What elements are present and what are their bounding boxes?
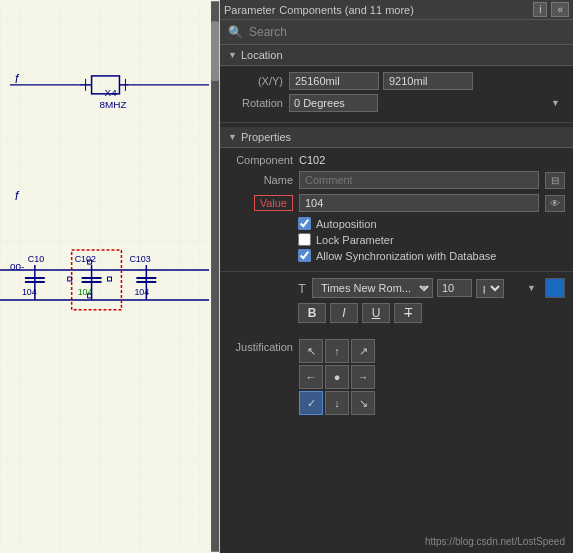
name-label: Name <box>228 174 293 186</box>
rotation-row: Rotation 0 Degrees 90 Degrees 180 Degree… <box>228 94 565 112</box>
just-btn-tc[interactable]: ↑ <box>325 339 349 363</box>
just-btn-tr[interactable]: ↗ <box>351 339 375 363</box>
name-input[interactable] <box>299 171 539 189</box>
font-select-wrap: Times New Rom... Arial <box>312 278 433 298</box>
strikethrough-btn[interactable]: T̶ <box>394 303 422 323</box>
svg-text:104: 104 <box>134 287 149 297</box>
just-btn-ml[interactable]: ← <box>299 365 323 389</box>
value-input[interactable] <box>299 194 539 212</box>
location-section: (X/Y) Rotation 0 Degrees 90 Degrees 180 … <box>220 66 573 123</box>
xy-label: (X/Y) <box>228 75 283 87</box>
font-unit-select[interactable]: pt <box>476 279 504 298</box>
rotation-select[interactable]: 0 Degrees 90 Degrees 180 Degrees 270 Deg… <box>289 94 378 112</box>
lock-row: Lock Parameter <box>228 233 565 246</box>
properties-header: ▼ Properties <box>220 127 573 148</box>
justification-grid: ↖ ↑ ↗ ← ● → ✓ ↓ ↘ <box>299 339 375 415</box>
properties-section: Component C102 Name ⊟ Value 👁 Autopositi… <box>220 148 573 271</box>
collapse-button[interactable]: « <box>551 2 569 17</box>
name-icon-btn[interactable]: ⊟ <box>545 172 565 189</box>
lock-label[interactable]: Lock Parameter <box>316 234 394 246</box>
font-size-unit-wrap: pt <box>476 279 541 298</box>
bold-icon: B <box>308 306 317 320</box>
footer-url: https://blog.csdn.net/LostSpeed <box>425 536 565 547</box>
font-icon: T <box>298 281 306 296</box>
properties-triangle: ▼ <box>228 132 237 142</box>
just-btn-br[interactable]: ↘ <box>351 391 375 415</box>
svg-text:X4: X4 <box>105 87 118 98</box>
location-header: ▼ Location <box>220 45 573 66</box>
svg-text:104: 104 <box>22 287 37 297</box>
y-input[interactable] <box>383 72 473 90</box>
bold-btn[interactable]: B <box>298 303 326 323</box>
schematic-svg: X4 8MHZ f f 00- C10 104 C102 <box>0 0 219 553</box>
component-row: Component C102 <box>228 154 565 166</box>
underline-icon: U <box>372 306 381 320</box>
autoposition-row: Autoposition <box>228 217 565 230</box>
rotation-label: Rotation <box>228 97 283 109</box>
font-size-input[interactable] <box>437 279 472 297</box>
just-btn-mr[interactable]: → <box>351 365 375 389</box>
footer: https://blog.csdn.net/LostSpeed <box>220 530 573 553</box>
top-bar: Parameter Components (and 11 more) i « <box>220 0 573 20</box>
value-label-box: Value <box>254 195 293 211</box>
lock-checkbox[interactable] <box>298 233 311 246</box>
value-row: Value 👁 <box>228 194 565 212</box>
xy-row: (X/Y) <box>228 72 565 90</box>
justification-section: Justification ↖ ↑ ↗ ← ● → ✓ ↓ ↘ <box>220 335 573 419</box>
font-row: T Times New Rom... Arial pt <box>228 278 565 298</box>
just-row: Justification ↖ ↑ ↗ ← ● → ✓ ↓ ↘ <box>228 339 565 415</box>
svg-rect-1 <box>0 1 219 551</box>
font-select[interactable]: Times New Rom... Arial <box>312 278 433 298</box>
x-input[interactable] <box>289 72 379 90</box>
color-btn[interactable] <box>545 278 565 298</box>
allow-sync-row: Allow Synchronization with Database <box>228 249 565 262</box>
component-value: C102 <box>299 154 325 166</box>
info-button[interactable]: i <box>533 2 547 17</box>
search-bar: 🔍 <box>220 20 573 45</box>
autoposition-checkbox[interactable] <box>298 217 311 230</box>
schematic-panel: X4 8MHZ f f 00- C10 104 C102 <box>0 0 220 553</box>
justification-label: Justification <box>228 339 293 353</box>
properties-label: Properties <box>241 131 291 143</box>
location-label: Location <box>241 49 283 61</box>
format-row: B I U T̶ <box>228 303 565 323</box>
just-btn-bl[interactable]: ✓ <box>299 391 323 415</box>
autoposition-label[interactable]: Autoposition <box>316 218 377 230</box>
param-label: Parameter <box>224 4 275 16</box>
coord-inputs <box>289 72 565 90</box>
components-label: Components (and 11 more) <box>279 4 529 16</box>
svg-rect-37 <box>211 21 219 81</box>
italic-btn[interactable]: I <box>330 303 358 323</box>
just-btn-mc[interactable]: ● <box>325 365 349 389</box>
font-section: T Times New Rom... Arial pt B I U T̶ <box>220 271 573 335</box>
rotation-select-wrap: 0 Degrees 90 Degrees 180 Degrees 270 Deg… <box>289 94 565 112</box>
location-triangle: ▼ <box>228 50 237 60</box>
search-input[interactable] <box>249 25 565 39</box>
svg-text:C102: C102 <box>75 254 96 264</box>
allow-sync-checkbox[interactable] <box>298 249 311 262</box>
value-label-container: Value <box>228 197 293 209</box>
allow-sync-label[interactable]: Allow Synchronization with Database <box>316 250 496 262</box>
svg-text:104: 104 <box>78 287 93 297</box>
svg-rect-36 <box>211 1 219 551</box>
italic-icon: I <box>342 306 345 320</box>
component-label: Component <box>228 154 293 166</box>
svg-text:C103: C103 <box>129 254 150 264</box>
just-btn-bc[interactable]: ↓ <box>325 391 349 415</box>
name-row: Name ⊟ <box>228 171 565 189</box>
just-btn-tl[interactable]: ↖ <box>299 339 323 363</box>
svg-text:8MHZ: 8MHZ <box>100 99 127 110</box>
search-icon: 🔍 <box>228 25 243 39</box>
value-icon-btn[interactable]: 👁 <box>545 195 565 212</box>
underline-btn[interactable]: U <box>362 303 390 323</box>
properties-panel: Parameter Components (and 11 more) i « 🔍… <box>220 0 573 553</box>
svg-text:C10: C10 <box>28 254 44 264</box>
